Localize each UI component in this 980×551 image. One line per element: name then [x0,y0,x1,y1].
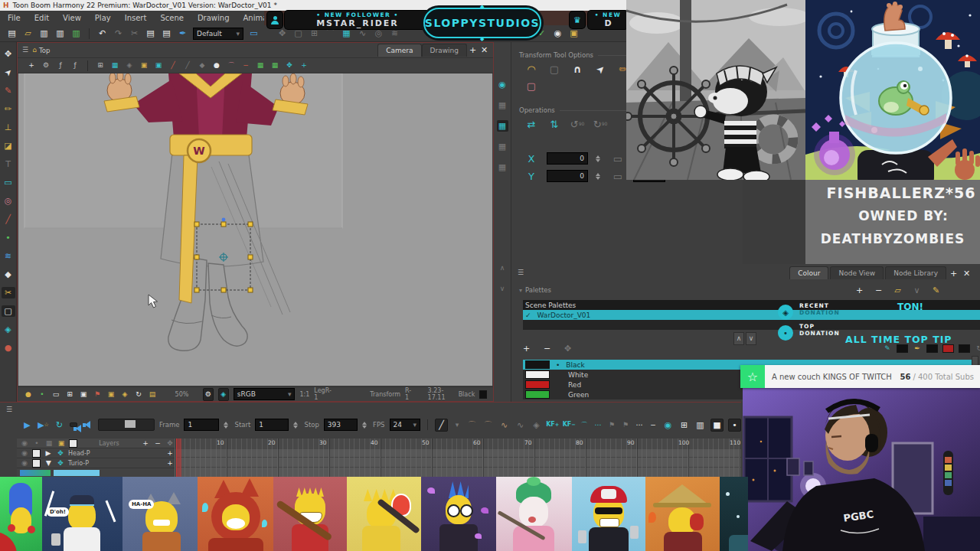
reset-view-icon[interactable]: ↻ [134,389,143,400]
layer-up-icon[interactable]: ▦ [256,60,265,71]
panel-menu-icon[interactable]: ☰ [21,44,30,56]
settings-gear-icon[interactable]: ⚙ [41,60,51,71]
timeline-tracks[interactable] [175,449,741,478]
layer-row-head[interactable]: ◉ ▶ ✥ Head-P + [17,448,175,458]
close-view-icon[interactable]: ✕ [479,44,490,56]
function-icon[interactable]: ƒ [56,60,65,71]
sound-button[interactable] [70,422,77,427]
outline-mode-icon[interactable]: ◈ [125,60,134,71]
function-step-icon[interactable]: ƒ [70,60,80,71]
onion-remove-icon[interactable]: − [241,60,250,71]
layer-above-icon[interactable]: ▦ [497,161,508,173]
light-table-icon[interactable]: ● [212,60,221,71]
preset-dropdown[interactable]: Default ▾ [193,28,243,40]
flip-vertical-icon[interactable]: ⇅ [547,117,562,131]
rotate-view-tool-icon[interactable]: ● [2,342,15,354]
grid-icon[interactable]: ⊞ [96,60,105,71]
add-view-icon[interactable]: + [948,268,959,279]
tab-camera[interactable]: Camera [377,44,421,57]
shape-tool-icon[interactable]: ▭ [2,177,15,188]
sound-scrub-button[interactable] [82,419,93,431]
thumbnails-icon[interactable]: ▥ [694,419,706,431]
tool-b-icon[interactable]: ▢ [292,28,304,39]
brush-colour-swatch[interactable] [926,344,938,353]
select-tool-icon[interactable]: ➤ [0,64,17,81]
eraser-tool-icon[interactable]: ◪ [2,140,15,152]
toggle-b-button[interactable]: • [728,419,741,432]
flag-icon[interactable]: ⚑ [93,389,102,400]
tab-drawing[interactable]: Drawing [422,44,467,57]
expand-arrow-icon[interactable]: ▶ [44,448,53,459]
new-scene-icon[interactable]: ▤ [6,28,18,39]
brush-tool-icon[interactable]: ✎ [2,85,15,96]
marker-flag2-icon[interactable]: ⚑ [621,419,630,431]
pencil-red-icon[interactable]: ╱ [168,60,178,71]
remove-keyframe-kf-icon[interactable]: KF− [564,419,576,431]
field-grid-icon[interactable]: ▦ [110,60,119,71]
stop-field[interactable]: 393 [324,419,358,431]
frame-stepper[interactable] [224,422,230,429]
rotate-ccw-90-icon[interactable]: ↺90 [570,117,585,131]
ease-custom-icon[interactable]: ∿ [514,419,526,431]
drawing-canvas[interactable]: W [18,73,492,386]
edit-colour-icon[interactable]: ✥ [562,343,573,354]
add-drawing-icon[interactable]: + [165,458,175,469]
bg-color-swatch[interactable] [479,390,487,399]
tool-a-icon[interactable]: ✥ [276,28,288,39]
light-bulb-icon[interactable]: ● [24,389,33,400]
menu-file[interactable]: File [8,14,21,22]
stop-motion-keyframe-icon[interactable]: ⋯ [593,419,603,431]
menu-edit[interactable]: Edit [34,14,49,22]
menu-scene[interactable]: Scene [160,14,184,22]
glove-tool-icon[interactable]: ◆ [2,269,15,280]
add-palette-icon[interactable]: + [854,285,865,296]
import-palette-icon[interactable]: ∨ [911,285,923,296]
align-h-icon[interactable]: ✥ [285,60,294,71]
redo-icon[interactable]: ↷ [113,28,124,39]
cutter-tool-icon[interactable]: ✂ [2,287,15,298]
colour-panel-menu-icon[interactable]: ☰ [516,267,525,279]
add-view-icon[interactable]: + [467,44,479,56]
paste-icon[interactable]: ▤ [161,28,172,39]
menu-drawing[interactable]: Drawing [198,14,230,22]
open-scene-icon[interactable]: ▱ [22,28,34,39]
menu-insert[interactable]: Insert [125,14,147,22]
motion-keyframe-icon[interactable]: ⌒ [580,419,589,431]
snowflake-icon[interactable]: ◈ [218,388,229,401]
collapse-arrow-icon[interactable]: ▾ [519,287,522,294]
lock-teal-icon[interactable]: ▣ [154,60,163,71]
splitter-up-icon[interactable]: ∧ [733,332,744,345]
zoom-tool-icon[interactable]: ◈ [2,324,15,335]
current-colour-swatch[interactable] [959,344,970,353]
grid-small-icon[interactable]: ⊞ [65,389,74,400]
volume-slider[interactable] [98,419,155,431]
show-all-eye-icon[interactable]: ◉ [497,79,508,90]
hand-tool-icon[interactable]: ≋ [2,250,15,262]
select-cursor-icon[interactable]: ➤ [590,59,611,80]
render-icon[interactable]: • [38,389,47,400]
ease-curve-button[interactable]: ╱ [435,419,448,432]
scroll-up-icon[interactable]: ∧ [498,262,507,274]
frame-field[interactable]: 1 [184,419,219,431]
paint-tool-icon[interactable]: ⊥ [2,122,15,133]
layer-row-turio[interactable]: ◉ ▶ ✥ Turio-P + [17,458,175,468]
display-icon[interactable]: ▭ [248,28,260,39]
transform-tool-icon[interactable]: ✥ [2,48,15,60]
tool-h-icon[interactable]: ≋ [389,28,400,39]
play-selection-button[interactable]: ▶☆ [38,419,49,431]
thumbnail-icon[interactable]: ▤ [148,389,157,400]
fps-dropdown[interactable]: 24 ▾ [390,419,421,431]
checkbox-col[interactable] [69,439,77,448]
tool-e-icon[interactable]: ▦ [341,28,352,39]
prev-keyframe-icon[interactable]: ⋯ [635,419,644,431]
save-icon[interactable]: ▥ [38,28,50,39]
align-v-icon[interactable]: + [299,60,309,71]
tab-colour[interactable]: Colour [789,266,828,279]
pencil-colour-swatch[interactable] [897,344,908,353]
menu-view[interactable]: View [63,14,81,22]
monitor-icon[interactable]: ▭ [51,389,60,400]
lock-status-icon[interactable]: ▣ [106,389,116,400]
peg-mode-icon[interactable]: ▢ [524,79,539,93]
onion-add-icon[interactable]: ⌒ [227,60,236,71]
swap-colours-icon[interactable]: ↻ [975,343,980,354]
